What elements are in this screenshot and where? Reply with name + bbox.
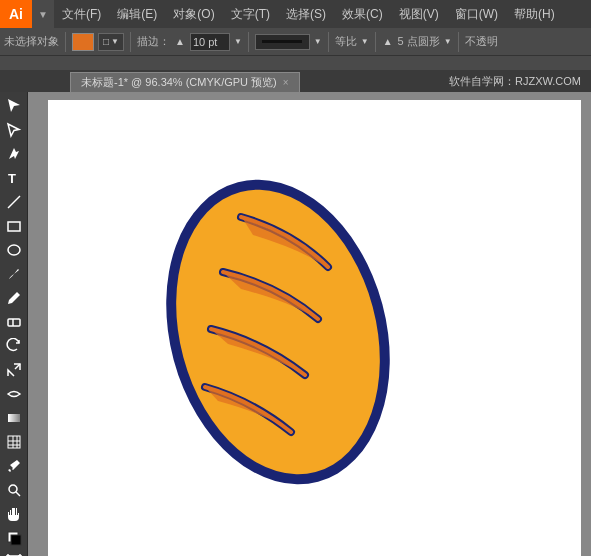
document-tab[interactable]: 未标题-1* @ 96.34% (CMYK/GPU 预览) × — [70, 72, 300, 92]
opacity-label: 不透明 — [465, 34, 498, 49]
menu-object[interactable]: 对象(O) — [165, 0, 222, 28]
svg-rect-16 — [11, 535, 21, 545]
menu-effect[interactable]: 效果(C) — [334, 0, 391, 28]
tab-website: 软件自学网：RJZXW.COM — [449, 70, 591, 92]
svg-rect-2 — [8, 222, 20, 231]
equal-label: 等比 — [335, 34, 357, 49]
svg-rect-4 — [8, 319, 20, 326]
menu-window[interactable]: 窗口(W) — [447, 0, 506, 28]
divider-6 — [458, 32, 459, 52]
fill-color-swatch[interactable] — [72, 33, 94, 51]
eyedropper-tool[interactable] — [0, 454, 27, 478]
warp-tool[interactable] — [0, 382, 27, 406]
hand-tool[interactable] — [0, 502, 27, 526]
divider-1 — [65, 32, 66, 52]
type-tool[interactable]: T — [0, 166, 27, 190]
tool-row-16 — [0, 454, 27, 478]
points-arrow-up: ▲ — [383, 36, 393, 47]
tab-title: 未标题-1* @ 96.34% (CMYK/GPU 预览) — [81, 75, 277, 90]
tool-row-20 — [0, 550, 27, 556]
tab-bar: 未标题-1* @ 96.34% (CMYK/GPU 预览) × 软件自学网：RJ… — [0, 70, 591, 92]
toolbar: 未选择对象 □ ▼ 描边： ▲ ▼ ▼ 等比 ▼ ▲ 5 点圆形 ▼ 不透明 — [0, 28, 591, 56]
eraser-tool[interactable] — [0, 310, 27, 334]
menu-text[interactable]: 文字(T) — [223, 0, 278, 28]
tool-row-1 — [0, 94, 27, 118]
stroke-mode-btn[interactable]: □ ▼ — [98, 33, 124, 51]
svg-text:T: T — [8, 171, 16, 186]
top-ruler — [0, 56, 591, 70]
gradient-tool[interactable] — [0, 406, 27, 430]
tab-close-btn[interactable]: × — [283, 77, 289, 88]
tool-row-11 — [0, 334, 27, 358]
svg-line-1 — [8, 196, 20, 208]
stroke-input[interactable] — [190, 33, 230, 51]
tool-row-14 — [0, 406, 27, 430]
tool-row-7 — [0, 238, 27, 262]
menu-select[interactable]: 选择(S) — [278, 0, 334, 28]
equal-arrow[interactable]: ▼ — [361, 37, 369, 46]
stroke-label: 描边： — [137, 34, 170, 49]
menu-bar: Ai ▼ 文件(F) 编辑(E) 对象(O) 文字(T) 选择(S) 效果(C)… — [0, 0, 591, 28]
rect-tool[interactable] — [0, 214, 27, 238]
svg-line-14 — [16, 492, 20, 496]
svg-point-23 — [146, 167, 410, 498]
artboard-tool[interactable] — [0, 550, 27, 556]
object-label: 未选择对象 — [4, 34, 59, 49]
points-arrow[interactable]: ▼ — [444, 37, 452, 46]
tool-row-15 — [0, 430, 27, 454]
tool-row-3 — [0, 142, 27, 166]
toolbox: T — [0, 92, 28, 556]
tool-row-19 — [0, 526, 27, 550]
tool-row-10 — [0, 310, 27, 334]
rotate-tool[interactable] — [0, 334, 27, 358]
ellipse-tool[interactable] — [0, 238, 27, 262]
pen-tool[interactable] — [0, 142, 27, 166]
stroke-section: □ ▼ — [98, 33, 124, 51]
tool-row-4: T — [0, 166, 27, 190]
points-label: 5 点圆形 — [398, 34, 440, 49]
menu-edit[interactable]: 编辑(E) — [109, 0, 165, 28]
menu-help[interactable]: 帮助(H) — [506, 0, 563, 28]
menu-file[interactable]: 文件(F) — [54, 0, 109, 28]
stroke-preview — [255, 34, 310, 50]
divider-4 — [328, 32, 329, 52]
direct-selection-tool[interactable] — [0, 118, 27, 142]
svg-point-3 — [8, 245, 20, 255]
tool-row-18 — [0, 502, 27, 526]
tool-row-5 — [0, 190, 27, 214]
bread-illustration — [123, 137, 433, 527]
main-area: T — [0, 92, 591, 556]
tool-row-13 — [0, 382, 27, 406]
stroke-line-display — [262, 40, 302, 43]
tool-row-6 — [0, 214, 27, 238]
tool-row-12 — [0, 358, 27, 382]
divider-3 — [248, 32, 249, 52]
zoom-tool[interactable] — [0, 478, 27, 502]
menu-items: 文件(F) 编辑(E) 对象(O) 文字(T) 选择(S) 效果(C) 视图(V… — [54, 0, 591, 28]
brush-tool[interactable] — [0, 262, 27, 286]
divider-2 — [130, 32, 131, 52]
pencil-tool[interactable] — [0, 286, 27, 310]
scale-tool[interactable] — [0, 358, 27, 382]
stroke-arrow-up: ▲ — [175, 36, 185, 47]
menu-view[interactable]: 视图(V) — [391, 0, 447, 28]
line-tool[interactable] — [0, 190, 27, 214]
selection-tool[interactable] — [0, 94, 27, 118]
ai-logo: Ai — [0, 0, 32, 28]
stroke-style-arrow[interactable]: ▼ — [314, 37, 322, 46]
svg-rect-8 — [8, 436, 20, 448]
tool-row-8 — [0, 262, 27, 286]
svg-point-13 — [9, 485, 17, 493]
stroke-dropdown-arrow[interactable]: ▼ — [234, 37, 242, 46]
menu-arrow: ▼ — [32, 0, 54, 28]
divider-5 — [375, 32, 376, 52]
tool-row-2 — [0, 118, 27, 142]
tool-row-17 — [0, 478, 27, 502]
canvas-area[interactable] — [28, 92, 591, 556]
fill-color-btn[interactable] — [0, 526, 27, 550]
tool-row-9 — [0, 286, 27, 310]
mesh-tool[interactable] — [0, 430, 27, 454]
svg-rect-7 — [8, 414, 20, 422]
